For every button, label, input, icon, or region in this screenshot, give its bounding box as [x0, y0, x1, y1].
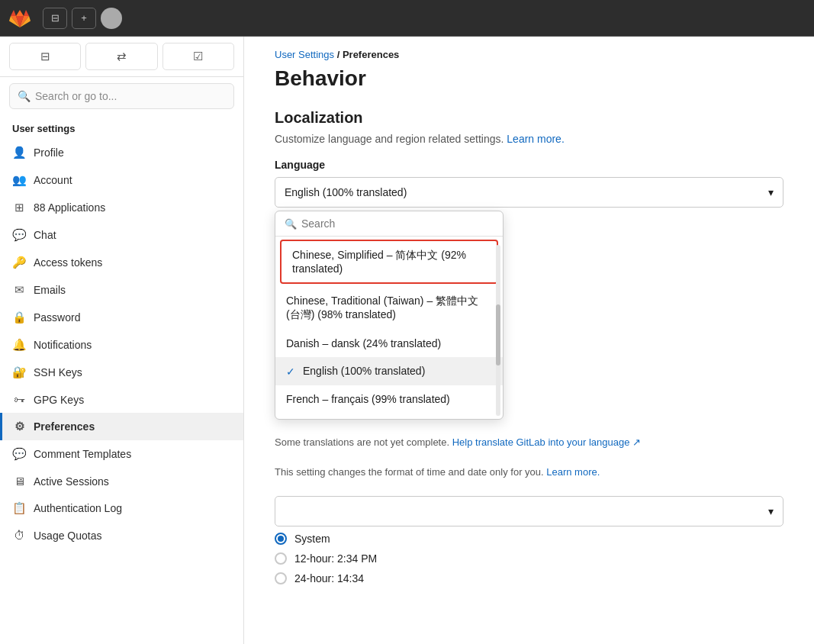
dropdown-item-zh-traditional[interactable]: Chinese, Traditional (Taiwan) – 繁體中文 (台灣… [275, 287, 503, 330]
sidebar-item-label: Authentication Log [34, 502, 122, 514]
main-area: ⊟ ⇄ ☑ 🔍 Search or go to... User settings… [0, 37, 814, 644]
radio-system-circle [275, 533, 287, 545]
danish-label: Danish – dansk (24% translated) [286, 337, 441, 349]
help-translate-link[interactable]: Help translate GitLab into your language… [452, 436, 641, 448]
access-tokens-icon: 🔑 [12, 256, 26, 269]
sidebar-item-label: 88 Applications [34, 201, 105, 214]
radio-12hour-circle [275, 552, 287, 565]
radio-12hour[interactable]: 12-hour: 2:34 PM [275, 552, 783, 565]
first-day-select[interactable]: ▾ [275, 496, 783, 526]
learn-more-link[interactable]: Learn more. [507, 133, 564, 145]
sidebar-search[interactable]: 🔍 Search or go to... [9, 83, 234, 109]
language-dropdown: 🔍 Chinese, Simplified – 简体中文 (92% transl… [275, 211, 504, 420]
french-label: French – français (99% translated) [286, 393, 450, 405]
language-select[interactable]: English (100% translated) ▾ [275, 177, 783, 208]
sidebar-item-access-tokens[interactable]: 🔑 Access tokens [0, 249, 243, 276]
check-icon: ✓ [286, 365, 295, 378]
breadcrumb: User Settings / Preferences [275, 37, 783, 66]
dropdown-scrollbar-track [496, 245, 500, 416]
note-text: Some translations are not yet complete. … [275, 436, 783, 448]
gitlab-logo [9, 8, 31, 29]
english-label: English (100% translated) [303, 365, 425, 377]
breadcrumb-current: Preferences [343, 49, 399, 60]
sidebar-item-active-sessions[interactable]: 🖥 Active Sessions [0, 468, 243, 494]
radio-24hour-label: 24-hour: 14:34 [294, 572, 364, 584]
localization-description: Customize language and region related se… [275, 133, 783, 145]
authentication-log-icon: 📋 [12, 501, 26, 515]
dropdown-item-zh-simplified[interactable]: Chinese, Simplified – 简体中文 (92% translat… [280, 240, 498, 284]
dropdown-list: Chinese, Simplified – 简体中文 (92% translat… [275, 237, 503, 419]
time-note: This setting changes the format of time … [275, 466, 783, 478]
breadcrumb-parent[interactable]: User Settings [275, 49, 334, 60]
chevron-down-icon: ▾ [768, 186, 774, 198]
sidebar-icon-1[interactable]: ⊟ [9, 43, 81, 70]
radio-24hour-circle [275, 572, 287, 584]
sidebar-item-label: Access tokens [34, 256, 102, 269]
sidebar-section-title: User settings [0, 115, 243, 139]
sidebar-item-emails[interactable]: ✉ Emails [0, 276, 243, 304]
time-format-section: This setting changes the format of time … [275, 466, 783, 584]
sidebar-item-chat[interactable]: 💬 Chat [0, 221, 243, 249]
sidebar-item-comment-templates[interactable]: 💬 Comment Templates [0, 440, 243, 468]
sidebar-toggle-button[interactable]: ⊟ [43, 8, 67, 29]
sidebar-item-account[interactable]: 👥 Account [0, 166, 243, 194]
dropdown-item-english[interactable]: ✓ English (100% translated) [275, 357, 503, 385]
sidebar-icon-2[interactable]: ⇄ [85, 43, 157, 70]
search-icon: 🔍 [18, 90, 31, 102]
breadcrumb-separator: / [337, 49, 343, 60]
sidebar-item-ssh-keys[interactable]: 🔐 SSH Keys [0, 359, 243, 386]
chat-icon: 💬 [12, 228, 26, 242]
sidebar-item-label: GPG Keys [34, 394, 84, 406]
zh-simplified-label: Chinese, Simplified – 简体中文 (92% translat… [292, 249, 486, 275]
localization-title: Localization [275, 109, 783, 127]
sidebar-item-label: SSH Keys [34, 366, 82, 378]
sidebar-icon-row: ⊟ ⇄ ☑ [0, 37, 243, 77]
dropdown-search-icon: 🔍 [285, 218, 297, 230]
sidebar-item-label: Usage Quotas [34, 530, 102, 542]
radio-system[interactable]: System [275, 533, 783, 545]
topbar-actions: ⊟ + [43, 8, 122, 29]
dropdown-scrollbar-thumb[interactable] [496, 304, 500, 365]
dropdown-item-french[interactable]: French – français (99% translated) [275, 385, 503, 413]
sidebar-icon-3[interactable]: ☑ [162, 43, 234, 70]
top-bar: ⊟ + [0, 0, 814, 37]
profile-icon: 👤 [12, 146, 26, 159]
sidebar-item-gpg-keys[interactable]: 🗝 GPG Keys [0, 386, 243, 413]
password-icon: 🔒 [12, 311, 26, 324]
comment-templates-icon: 💬 [12, 447, 26, 461]
sidebar-item-label: Preferences [34, 420, 95, 433]
radio-system-label: System [294, 533, 330, 545]
page-title: Behavior [275, 66, 783, 91]
dropdown-item-danish[interactable]: Danish – dansk (24% translated) [275, 330, 503, 357]
ssh-keys-icon: 🔐 [12, 365, 26, 379]
preferences-icon: ⚙ [12, 420, 26, 433]
sidebar-item-applications[interactable]: ⊞ 88 Applications [0, 194, 243, 221]
sidebar-item-authentication-log[interactable]: 📋 Authentication Log [0, 494, 243, 522]
selected-language-text: English (100% translated) [285, 186, 407, 198]
emails-icon: ✉ [12, 283, 26, 297]
sidebar-item-usage-quotas[interactable]: ⏱ Usage Quotas [0, 522, 243, 549]
active-sessions-icon: 🖥 [12, 475, 26, 488]
usage-quotas-icon: ⏱ [12, 529, 26, 542]
user-avatar[interactable] [101, 8, 122, 29]
gpg-keys-icon: 🗝 [12, 393, 26, 406]
notifications-icon: 🔔 [12, 338, 26, 352]
sidebar-item-preferences[interactable]: ⚙ Preferences [0, 413, 243, 440]
sidebar-item-password[interactable]: 🔒 Password [0, 304, 243, 331]
sidebar-item-label: Comment Templates [34, 448, 131, 460]
sidebar-item-notifications[interactable]: 🔔 Notifications [0, 331, 243, 359]
first-day-chevron: ▾ [768, 505, 774, 517]
new-tab-button[interactable]: + [72, 8, 96, 29]
sidebar-item-label: Password [34, 311, 80, 324]
sidebar-item-label: Profile [34, 147, 64, 159]
dropdown-search-area: 🔍 [275, 211, 503, 237]
dropdown-search-input[interactable] [301, 217, 494, 230]
sidebar-item-profile[interactable]: 👤 Profile [0, 139, 243, 166]
sidebar: ⊟ ⇄ ☑ 🔍 Search or go to... User settings… [0, 37, 244, 644]
time-learn-more-link[interactable]: Learn more. [546, 466, 600, 478]
zh-traditional-label: Chinese, Traditional (Taiwan) – 繁體中文 (台灣… [286, 295, 492, 322]
sidebar-item-label: Active Sessions [34, 475, 109, 488]
radio-24hour[interactable]: 24-hour: 14:34 [275, 572, 783, 584]
sidebar-item-label: Emails [34, 284, 66, 296]
search-label: Search or go to... [35, 90, 117, 102]
